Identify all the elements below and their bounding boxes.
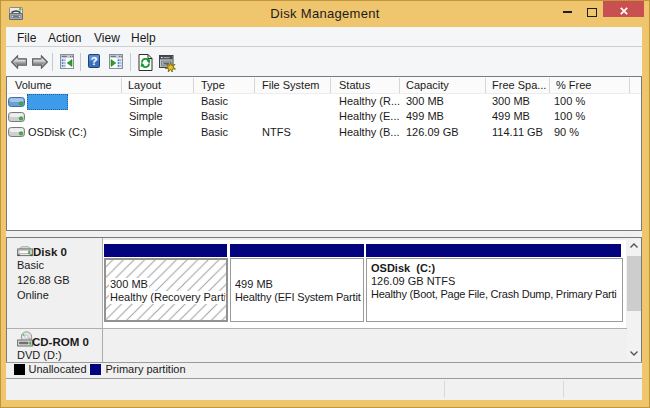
svg-text:?: ? [91,55,98,67]
